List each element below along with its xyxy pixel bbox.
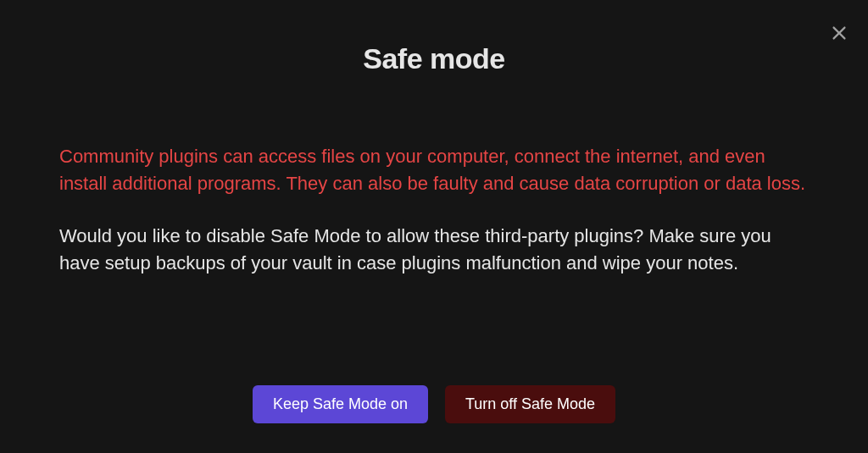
modal-body: Community plugins can access files on yo… (0, 143, 868, 277)
turn-off-safe-mode-button[interactable]: Turn off Safe Mode (445, 385, 615, 423)
description-text: Would you like to disable Safe Mode to a… (59, 223, 809, 277)
keep-safe-mode-button[interactable]: Keep Safe Mode on (253, 385, 428, 423)
button-row: Keep Safe Mode on Turn off Safe Mode (0, 385, 868, 423)
close-icon (830, 24, 849, 42)
warning-text: Community plugins can access files on yo… (59, 143, 809, 197)
modal-title: Safe mode (0, 0, 868, 75)
close-button[interactable] (827, 21, 851, 45)
